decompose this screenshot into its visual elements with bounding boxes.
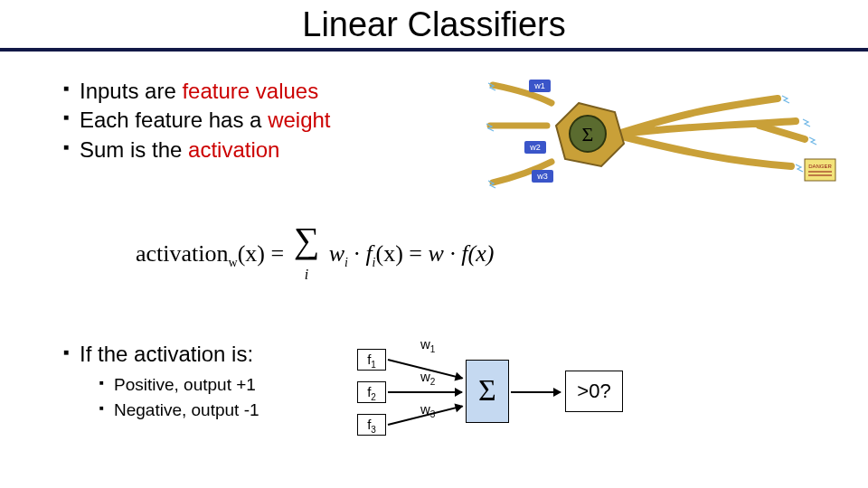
sum-box: Σ [466,360,509,423]
formula-term: w [329,240,344,267]
formula-fn: activation [136,240,229,267]
sigma-icon: Σ [478,373,496,407]
bullet-highlight: weight [268,108,330,132]
arrow-icon [388,391,462,393]
slide: Linear Classifiers Inputs are feature va… [0,0,868,488]
sigma-index: i [305,267,308,282]
formula-term: f [365,240,372,267]
slide-title: Linear Classifiers [0,5,868,44]
summation-icon: ∑i [294,226,320,286]
arrow-icon [511,391,561,393]
feature-box: f2 [357,381,386,403]
danger-sign: DANGER [808,164,832,169]
bullet-highlight: activation [188,137,279,162]
formula-dot: · [348,240,366,267]
neuron-input-label: w2 [529,143,541,152]
threshold-label: >0? [577,380,610,402]
neuron-input-label: w1 [533,81,545,90]
feature-box: f3 [357,414,386,436]
threshold-box: >0? [565,371,623,412]
formula-sub: w [229,256,238,269]
svg-rect-5 [805,159,835,181]
activation-formula: activationw(x) = ∑i wi · fi(x) = w · f(x… [136,226,494,286]
bullet-text: If the activation is: [80,342,253,366]
weight-label: w1 [420,336,435,354]
bullet-highlight: feature values [182,79,318,103]
formula-arg: (x) = [238,240,290,267]
bullet-text: Sum is the [80,137,188,162]
title-block: Linear Classifiers [0,0,868,44]
perceptron-diagram: f1 f2 f3 w1 w2 w3 Σ >0? [357,342,791,450]
bullet-text: Inputs are [80,79,182,103]
neuron-illustration: w1 w2 w3 Σ DANGER [479,76,841,193]
feature-box: f1 [357,349,386,371]
formula-arg: (x) = [376,240,429,267]
sigma-icon: Σ [582,123,594,145]
bullet-text: Each feature has a [80,108,268,132]
formula-rhs: w · f(x) [428,240,494,267]
neuron-input-label: w3 [536,172,548,181]
